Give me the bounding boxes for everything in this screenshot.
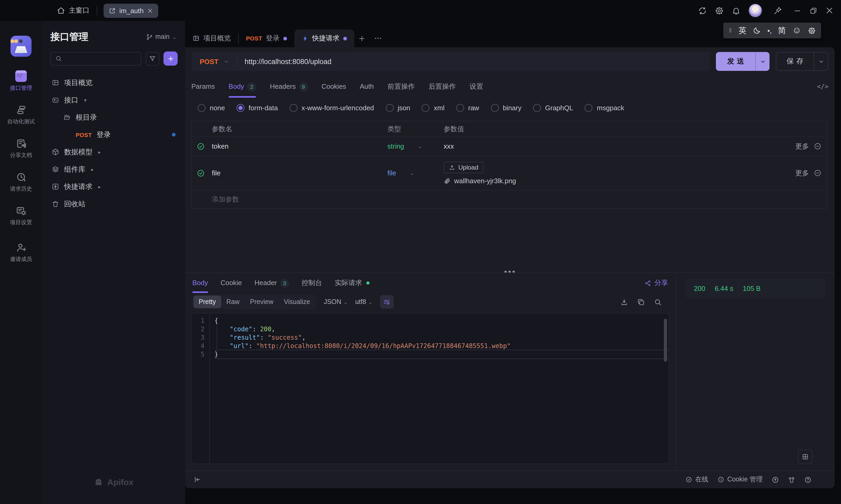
resp-tab-actual-request[interactable]: 实际请求: [335, 273, 370, 293]
tree-item-apis[interactable]: 接口 ▾: [42, 91, 185, 109]
param-type-select[interactable]: file⌄: [388, 169, 444, 177]
caret-down-icon[interactable]: ▾: [84, 97, 86, 103]
rail-item-request-history[interactable]: 请求历史: [1, 172, 41, 193]
response-body-editor[interactable]: 12345 { "code": 200, "result": "success"…: [191, 313, 669, 464]
mode-preview[interactable]: Preview: [245, 295, 279, 308]
tab-headers[interactable]: Headers9: [270, 76, 308, 98]
more-tabs-button[interactable]: [370, 30, 386, 47]
body-type-none[interactable]: none: [198, 104, 225, 111]
body-type-x-www-form-urlencoded[interactable]: x-www-form-urlencoded: [289, 104, 374, 111]
body-type-form-data[interactable]: form-data: [237, 104, 278, 111]
ime-charset-toggle[interactable]: 简: [778, 25, 786, 35]
tab-body[interactable]: Body2: [229, 76, 256, 98]
layout-grid-icon[interactable]: [798, 449, 813, 464]
generate-code-icon[interactable]: </>: [817, 83, 828, 90]
word-wrap-icon[interactable]: [380, 295, 394, 309]
add-param-row[interactable]: 添加参数: [192, 191, 827, 209]
search-text-field[interactable]: [65, 55, 137, 62]
rail-item-share-docs[interactable]: 分享文档: [1, 138, 41, 159]
tab-pre-operations[interactable]: 前置操作: [388, 76, 415, 98]
notifications-icon[interactable]: [732, 6, 741, 15]
workspace-tab[interactable]: im_auth: [104, 3, 158, 18]
new-tab-button[interactable]: [354, 30, 370, 47]
close-workspace-icon[interactable]: [148, 7, 153, 13]
search-icon[interactable]: [654, 298, 662, 306]
theme-shirt-icon[interactable]: [788, 476, 795, 483]
format-select[interactable]: JSON⌄: [324, 298, 348, 306]
tree-item-data-models[interactable]: 数据模型 ▸: [42, 143, 185, 161]
ime-language-toggle[interactable]: 英: [738, 25, 746, 35]
caret-right-icon[interactable]: ▸: [98, 149, 101, 155]
body-type-xml[interactable]: xml: [422, 104, 444, 111]
param-name-input[interactable]: token: [210, 142, 388, 150]
rail-item-api-management[interactable]: 接口管理: [1, 70, 41, 92]
remove-row-icon[interactable]: [814, 169, 822, 177]
tree-item-components[interactable]: 组件库 ▸: [42, 161, 185, 178]
restore-icon[interactable]: [809, 6, 817, 15]
body-type-graphql[interactable]: GraphQL: [533, 104, 573, 111]
enabled-check-icon[interactable]: [192, 169, 210, 177]
moon-icon[interactable]: [753, 26, 761, 35]
mode-raw[interactable]: Raw: [221, 295, 245, 308]
emoji-icon[interactable]: ☺: [792, 25, 801, 36]
add-api-button[interactable]: [164, 51, 178, 66]
online-status[interactable]: 在线: [685, 475, 708, 484]
upload-button[interactable]: Upload: [444, 161, 484, 173]
more-button[interactable]: 更多: [795, 168, 809, 178]
remove-row-icon[interactable]: [814, 142, 822, 150]
filter-button[interactable]: [145, 52, 159, 65]
tab-params[interactable]: Params: [191, 76, 215, 98]
project-avatar[interactable]: [11, 36, 32, 57]
caret-right-icon[interactable]: ▸: [98, 184, 101, 189]
tree-item-project-overview[interactable]: 项目概览: [42, 74, 185, 91]
tab-settings[interactable]: 设置: [470, 76, 483, 98]
ime-drag-handle[interactable]: ‖: [729, 27, 732, 34]
minimize-icon[interactable]: [793, 6, 802, 15]
enabled-check-icon[interactable]: [192, 142, 210, 150]
upgrade-icon[interactable]: [772, 476, 779, 483]
cookie-manager-button[interactable]: Cookie 管理: [717, 475, 763, 484]
tab-login-api[interactable]: POST 登录: [239, 30, 294, 47]
home-button[interactable]: 主窗口: [57, 6, 89, 15]
mode-pretty[interactable]: Pretty: [193, 295, 221, 308]
collapse-sidebar-icon[interactable]: [193, 476, 201, 484]
caret-right-icon[interactable]: ▸: [91, 167, 93, 172]
param-type-select[interactable]: string⌄: [388, 142, 444, 150]
param-name-input[interactable]: file: [210, 169, 388, 177]
rail-item-automated-testing[interactable]: 自动化测试: [1, 105, 41, 125]
attached-file[interactable]: wallhaven-yjr3lk.png: [444, 177, 774, 184]
tree-item-quick-requests[interactable]: 快捷请求 ▸: [42, 178, 185, 195]
method-select[interactable]: POST: [191, 57, 237, 65]
close-window-icon[interactable]: [825, 6, 834, 15]
tab-quick-request[interactable]: 快捷请求: [294, 30, 354, 47]
send-button[interactable]: 发送: [716, 52, 770, 71]
rail-item-project-settings[interactable]: 项目设置: [1, 205, 41, 226]
share-button[interactable]: 分享: [645, 278, 668, 288]
url-input[interactable]: http://localhost:8080/upload: [237, 57, 331, 65]
mode-visualize[interactable]: Visualize: [279, 295, 315, 308]
body-type-msgpack[interactable]: msgpack: [585, 104, 624, 111]
send-options-chevron-icon[interactable]: [756, 58, 770, 64]
tab-project-overview[interactable]: 项目概览: [185, 30, 238, 47]
encoding-select[interactable]: utf8⌄: [355, 298, 373, 306]
resp-tab-cookie[interactable]: Cookie: [221, 273, 242, 293]
tab-cookies[interactable]: Cookies: [322, 76, 346, 98]
help-icon[interactable]: [804, 476, 811, 483]
rail-item-invite-members[interactable]: 邀请成员: [1, 242, 41, 263]
branch-switcher[interactable]: main ⌄: [146, 33, 177, 40]
resp-tab-console[interactable]: 控制台: [302, 273, 322, 293]
resp-tab-header[interactable]: Header3: [254, 273, 289, 293]
body-type-raw[interactable]: raw: [456, 104, 479, 111]
pin-icon[interactable]: [773, 6, 782, 15]
editor-scrollbar[interactable]: [664, 319, 667, 362]
tree-item-login-api[interactable]: POST 登录: [42, 126, 185, 143]
body-type-binary[interactable]: binary: [491, 104, 521, 111]
download-icon[interactable]: [620, 298, 628, 306]
resp-tab-body[interactable]: Body: [192, 273, 208, 293]
save-options-chevron-icon[interactable]: [814, 58, 828, 64]
search-input[interactable]: [50, 52, 141, 65]
ime-gear-icon[interactable]: [808, 26, 816, 34]
user-avatar[interactable]: [749, 4, 762, 17]
tree-item-trash[interactable]: 回收站: [42, 195, 185, 213]
body-type-json[interactable]: json: [385, 104, 410, 111]
